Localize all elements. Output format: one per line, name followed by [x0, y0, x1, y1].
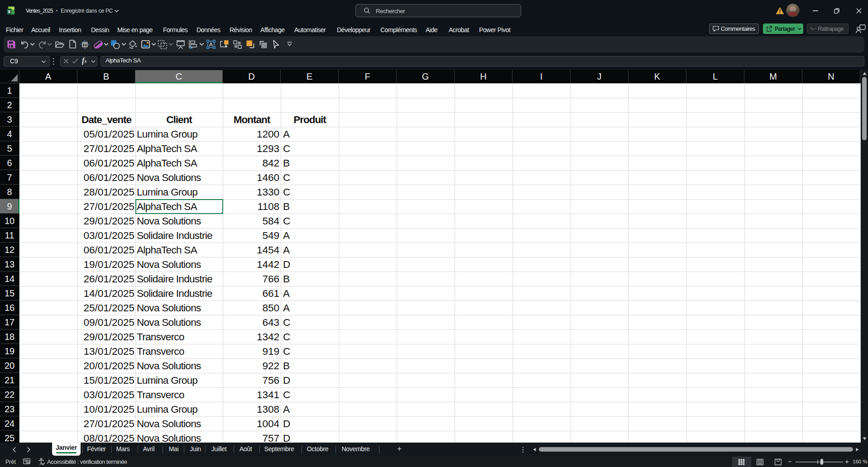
svg-text:x: x	[8, 9, 11, 14]
svg-text:A: A	[209, 42, 213, 47]
